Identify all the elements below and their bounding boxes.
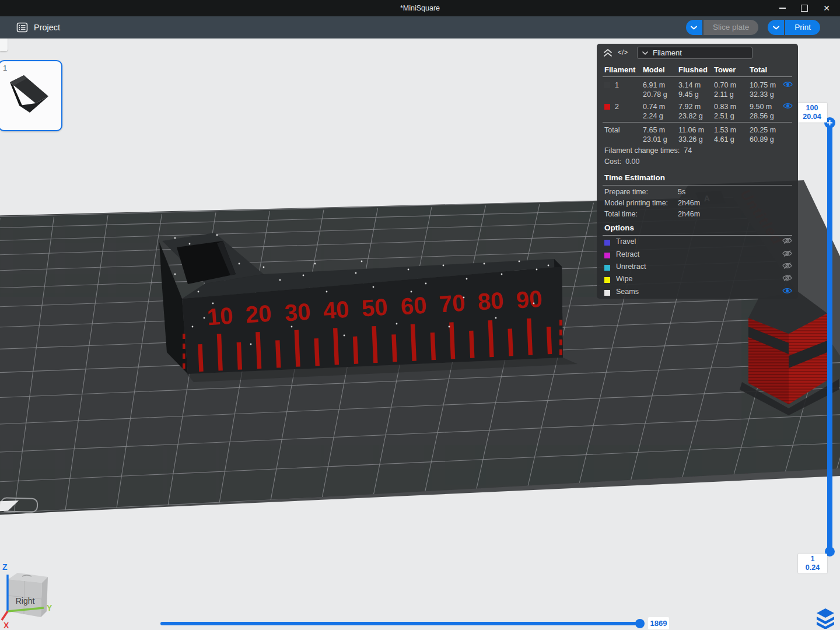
option-seams: Seams (604, 287, 792, 296)
scale-number: 80 (477, 288, 504, 315)
seam-dot (303, 275, 304, 276)
window-title: *MiniSquare (0, 0, 840, 16)
project-menu[interactable]: Project (16, 16, 60, 38)
preview-panel: </> Filament Filament Model Flushed Towe… (597, 44, 798, 299)
eye-off-icon (782, 274, 792, 282)
filament-id: 2 (615, 102, 619, 111)
option-wipe: Wipe (604, 274, 792, 284)
step-slider-track[interactable] (160, 622, 643, 625)
edge-seam-mark (559, 349, 562, 355)
minimize-button[interactable] (771, 0, 793, 16)
collapse-panel-button[interactable] (603, 48, 613, 58)
scale-number: 40 (322, 296, 349, 324)
seam-dot (279, 279, 281, 281)
seam-dot (396, 323, 398, 325)
plate-thumbnail[interactable]: 1 (0, 60, 62, 131)
seam-dot (466, 278, 468, 280)
edge-seam-mark (183, 354, 186, 359)
x-axis-label: X (4, 621, 9, 630)
seam-dot (189, 243, 191, 245)
edge-seam-mark (559, 320, 562, 326)
slice-plate-button[interactable]: Slice plate (704, 20, 758, 35)
unretract-visibility-toggle[interactable] (782, 262, 792, 271)
seam-dot (174, 237, 176, 239)
seam-dot (355, 272, 357, 274)
y-axis-label: Y (47, 603, 52, 612)
prepare-time-label: Prepare time: (604, 188, 648, 196)
double-chevron-up-icon (603, 48, 613, 58)
option-retract: Retract (604, 250, 792, 259)
retract-color-swatch (604, 253, 610, 258)
wipe-color-swatch (604, 277, 610, 283)
filament-table-header: Filament Model Flushed Tower Total (604, 65, 798, 74)
layers-view-button[interactable] (814, 607, 836, 629)
seam-dot (443, 265, 444, 267)
view-cube-face-label: Right (16, 596, 35, 606)
col-model: Model (643, 65, 678, 74)
filament-1-visibility-toggle[interactable] (783, 80, 798, 99)
seams-visibility-toggle[interactable] (782, 287, 792, 296)
edge-seam-mark (183, 363, 186, 369)
minimize-icon (779, 8, 786, 9)
scale-number: 70 (438, 290, 466, 317)
plate-thumbnail-index: 1 (3, 64, 7, 72)
plate-thumbnail-model-icon (0, 61, 59, 128)
travel-visibility-toggle[interactable] (782, 237, 792, 246)
x-axis-line (2, 611, 8, 620)
seam-dot (314, 263, 316, 265)
slice-plate-split-button: Slice plate (686, 20, 758, 35)
print-button[interactable]: Print (785, 20, 820, 35)
seam-dot (192, 326, 194, 328)
seam-dot (373, 286, 374, 288)
total-time-label: Total time: (604, 210, 638, 218)
edge-seam-mark (559, 340, 562, 345)
time-estimation-title: Time Estimation (604, 173, 665, 182)
unretract-color-swatch (604, 265, 610, 271)
layer-slider-top-label: 10020.04 (797, 103, 827, 123)
print-split-button: Print (768, 20, 820, 35)
close-button[interactable]: ✕ (816, 0, 838, 16)
seam-dot (548, 265, 550, 267)
seam-dot (291, 326, 293, 328)
scale-number: 10 (206, 303, 233, 330)
maximize-button[interactable] (793, 0, 816, 16)
z-axis-label: Z (2, 562, 8, 572)
view-mode-value: Filament (653, 48, 682, 57)
gcode-view-button[interactable]: </> (618, 48, 628, 57)
title-bar[interactable]: *MiniSquare ✕ (0, 0, 840, 16)
col-tower: Tower (714, 65, 750, 74)
scale-number: 20 (244, 300, 272, 328)
wipe-visibility-toggle[interactable] (782, 274, 792, 284)
seam-dot (536, 269, 538, 271)
retract-visibility-toggle[interactable] (782, 250, 792, 259)
filament-2-visibility-toggle[interactable] (783, 102, 798, 121)
layer-slider-track[interactable] (827, 124, 832, 552)
cost: Cost: 0.00 (604, 158, 639, 166)
application-window: Untitled A (0, 0, 840, 630)
print-dropdown-button[interactable] (768, 20, 785, 35)
layers-icon (817, 608, 834, 629)
slice-dropdown-button[interactable] (686, 20, 704, 35)
filament-color-swatch (604, 104, 610, 110)
seam-dot (519, 261, 520, 262)
model-printing-time-value: 2h46m (678, 199, 700, 207)
eye-icon (782, 287, 792, 295)
seam-dot (411, 291, 412, 293)
sidebar-collapse-tab[interactable] (0, 37, 8, 51)
options-title: Options (604, 223, 634, 232)
filament-change-times: Filament change times: 74 (604, 146, 692, 155)
plus-icon (827, 120, 833, 126)
eye-icon (783, 102, 793, 110)
view-cube[interactable]: Right Z Y X (0, 557, 64, 630)
chevron-down-icon (642, 51, 648, 55)
travel-color-swatch (604, 240, 610, 246)
step-slider-value: 1869 (648, 617, 669, 629)
step-slider-handle[interactable] (635, 619, 645, 628)
seam-dot (263, 267, 265, 268)
view-mode-dropdown[interactable]: Filament (637, 47, 752, 59)
seam-dot (533, 303, 535, 304)
seam-dot (463, 297, 465, 299)
col-total: Total (750, 65, 783, 74)
scale-number: 50 (360, 294, 388, 321)
close-icon: ✕ (823, 4, 830, 12)
